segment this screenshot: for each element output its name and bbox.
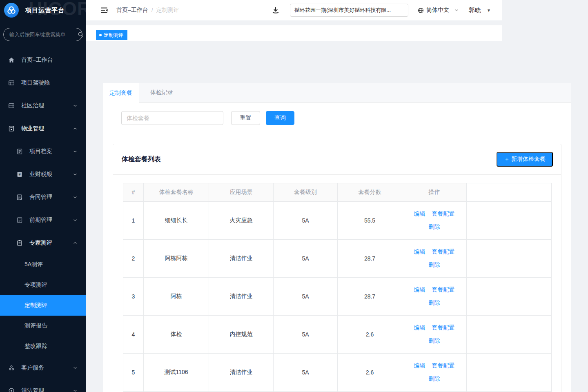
sidebar-item-property[interactable]: 物业管理	[0, 117, 86, 140]
download-icon[interactable]	[272, 6, 280, 14]
logo-knot-icon	[5, 4, 18, 16]
sidebar-item-customer-service[interactable]: 客户服务	[0, 356, 86, 379]
table-row: 2 阿栋阿栋 清洁作业 5A 28.7 编辑 套餐配置 删除	[123, 240, 552, 278]
breadcrumb-home[interactable]: 首页–工作台	[116, 7, 148, 14]
reset-button[interactable]: 重置	[231, 111, 260, 125]
tab-label: 体检记录	[150, 89, 173, 96]
language-label: 简体中文	[426, 7, 449, 14]
table-header-row: # 体检套餐名称 应用场景 套餐级别 套餐分数 操作	[123, 183, 552, 202]
cell-name: 细细长长	[144, 202, 209, 240]
add-package-button[interactable]: ＋ 新增体检套餐	[497, 152, 553, 167]
cell-scene: 火灾应急	[209, 202, 274, 240]
sidebar-item-label: 项目档案	[29, 148, 52, 155]
sidebar-item-label: 专项测评	[24, 281, 47, 289]
col-level: 套餐级别	[274, 183, 338, 202]
package-config-link[interactable]: 套餐配置	[432, 210, 455, 218]
package-name-input[interactable]	[121, 111, 223, 125]
table-row: 4 体检 内控规范 5A 2.6 编辑 套餐配置 删除	[123, 316, 552, 354]
table-row: 1 细细长长 火灾应急 5A 55.5 编辑 套餐配置 删除	[123, 202, 552, 240]
cell-scene: 清洁作业	[209, 240, 274, 278]
cell-actions: 编辑 套餐配置 删除	[402, 316, 467, 354]
delete-link[interactable]: 删除	[429, 223, 440, 230]
package-table: # 体检套餐名称 应用场景 套餐级别 套餐分数 操作 1 细细长长	[123, 183, 552, 392]
page-tag-custom-evaluation[interactable]: 定制测评	[96, 30, 127, 40]
sidebar-item-label: 5A测评	[24, 261, 43, 268]
delete-link[interactable]: 删除	[429, 299, 440, 306]
sidebar-item-preliminary[interactable]: 前期管理	[0, 209, 86, 232]
project-select[interactable]: 循环花园一期(深圳市美好循环科技有限...	[290, 4, 408, 17]
sidebar-item-label: 物业管理	[21, 125, 44, 132]
sidebar-item-custom-evaluation[interactable]: 定制测评	[0, 295, 86, 316]
sidebar-item-contract[interactable]: 合同管理	[0, 186, 86, 209]
delete-link[interactable]: 删除	[429, 337, 440, 344]
cell-actions: 编辑 套餐配置 删除	[402, 202, 467, 240]
menu-search-box[interactable]	[3, 28, 82, 41]
sidebar-item-cleaning[interactable]: 清洁管理	[0, 379, 86, 392]
cell-score: 28.7	[338, 278, 402, 316]
sidebar-item-expert-evaluation[interactable]: 专家测评	[0, 232, 86, 254]
notebook-icon	[16, 148, 23, 155]
col-score: 套餐分数	[338, 183, 402, 202]
package-config-link[interactable]: 套餐配置	[432, 248, 455, 256]
dashboard-icon	[8, 80, 15, 86]
edit-link[interactable]: 编辑	[414, 248, 425, 256]
package-list-title: 体检套餐列表	[122, 144, 161, 175]
package-config-link[interactable]: 套餐配置	[432, 286, 455, 294]
tab-custom-package[interactable]: 定制套餐	[103, 83, 139, 103]
col-scene: 应用场景	[209, 183, 274, 202]
cell-name: 阿栋	[144, 278, 209, 316]
chevron-down-icon	[73, 172, 78, 177]
cell-level: 5A	[274, 278, 338, 316]
sidebar-item-evaluation-report[interactable]: 测评报告	[0, 316, 86, 336]
sidebar-item-special-evaluation[interactable]: 专项测评	[0, 275, 86, 295]
cell-scene: 清洁作业	[209, 354, 274, 392]
clipboard-check-icon	[16, 240, 23, 246]
globe-icon	[418, 7, 424, 13]
user-menu[interactable]: 郭晓 ▼	[469, 0, 491, 20]
chevron-up-icon	[73, 126, 78, 131]
top-header: 首页–工作台 / 定制测评 循环花园一期(深圳市美好循环科技有限... 简体中文…	[86, 0, 502, 20]
delete-link[interactable]: 删除	[429, 261, 440, 268]
sidebar-item-label: 前期管理	[29, 216, 52, 224]
edit-link[interactable]: 编辑	[414, 324, 425, 332]
sidebar-item-label: 项目驾驶舱	[21, 79, 50, 87]
app-title: 项目运营平台	[25, 0, 65, 20]
yuan-book-icon: ¥	[16, 171, 23, 178]
sidebar: HICORE 项目运营平台 首页–工作台 项目驾驶舱 社区治	[0, 0, 86, 392]
breadcrumb: 首页–工作台 / 定制测评	[116, 0, 179, 20]
sidebar-item-label: 客户服务	[21, 364, 44, 372]
delete-link[interactable]: 删除	[429, 375, 440, 382]
open-tabs-bar: 定制测评	[86, 25, 502, 41]
chevron-up-icon	[73, 241, 78, 245]
cell-level: 5A	[274, 354, 338, 392]
sidebar-item-home[interactable]: 首页–工作台	[0, 49, 86, 71]
tab-checkup-records[interactable]: 体检记录	[139, 83, 184, 102]
sidebar-item-5a-evaluation[interactable]: 5A测评	[0, 254, 86, 275]
language-switcher[interactable]: 简体中文	[418, 0, 459, 20]
chevron-down-icon	[73, 195, 78, 200]
sidebar-item-community[interactable]: 社区治理	[0, 94, 86, 117]
sidebar-item-rectification-tracking[interactable]: 整改跟踪	[0, 336, 86, 356]
edit-link[interactable]: 编辑	[414, 210, 425, 218]
cell-score: 2.6	[338, 354, 402, 392]
cell-index: 1	[123, 202, 144, 240]
sidebar-item-cockpit[interactable]: 项目驾驶舱	[0, 71, 86, 94]
cell-score: 55.5	[338, 202, 402, 240]
menu-search-input[interactable]	[4, 32, 78, 38]
sidebar-item-finance[interactable]: ¥ 业财税银	[0, 163, 86, 186]
sidebar-item-label: 业财税银	[29, 171, 52, 178]
breadcrumb-separator: /	[151, 7, 153, 13]
cell-name: 阿栋阿栋	[144, 240, 209, 278]
sidebar-item-archive[interactable]: 项目档案	[0, 140, 86, 163]
edit-link[interactable]: 编辑	[414, 362, 425, 370]
package-config-link[interactable]: 套餐配置	[432, 324, 455, 332]
username: 郭晓	[469, 7, 481, 14]
query-button[interactable]: 查询	[266, 111, 294, 125]
three-circles-icon	[8, 365, 15, 371]
edit-link[interactable]: 编辑	[414, 286, 425, 294]
cell-score: 28.7	[338, 240, 402, 278]
package-config-link[interactable]: 套餐配置	[432, 362, 455, 370]
circle-badge-icon	[8, 388, 15, 392]
menu-fold-icon[interactable]	[100, 6, 108, 14]
app-logo[interactable]	[4, 3, 19, 18]
